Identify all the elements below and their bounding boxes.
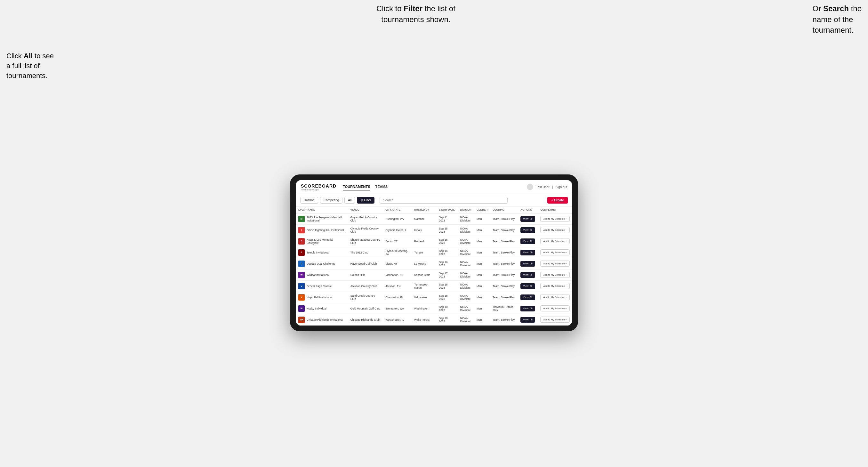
table-row: F Ryan T. Lee Memorial Collegiate Shuttl…: [296, 236, 572, 247]
view-button[interactable]: View 👁: [520, 294, 535, 300]
gender-cell: Men: [474, 247, 490, 258]
logo-area: SCOREBOARD Powered by clppd: [301, 183, 336, 191]
venue-cell: Chicago Highlands Club: [348, 314, 383, 325]
logo-sub: Powered by clppd: [301, 189, 336, 191]
view-label: View: [523, 307, 528, 310]
event-name-cell: U Upstate Dual Challenge: [296, 258, 348, 269]
eye-icon: 👁: [530, 228, 533, 232]
table-row: V Grover Page Classic Jackson Country Cl…: [296, 280, 572, 291]
actions-cell: View 👁: [518, 291, 538, 303]
scoring-cell: Team, Stroke Play: [490, 258, 518, 269]
add-to-schedule-button[interactable]: Add to My Schedule +: [540, 227, 570, 233]
create-btn[interactable]: + Create: [547, 197, 568, 204]
sign-out-link[interactable]: Sign out: [555, 185, 567, 189]
view-button[interactable]: View 👁: [520, 283, 535, 289]
city-state-cell: Bremerton, WA: [383, 303, 412, 314]
user-name: Test User: [536, 185, 549, 189]
add-to-schedule-button[interactable]: Add to My Schedule +: [540, 238, 570, 244]
actions-cell: View 👁: [518, 213, 538, 224]
gender-cell: Men: [474, 236, 490, 247]
team-logo: W: [298, 305, 305, 312]
logo-text: SCOREBOARD: [301, 183, 336, 189]
col-start-date: START DATE: [437, 207, 458, 214]
nav-tab-tournaments[interactable]: TOURNAMENTS: [343, 183, 370, 190]
add-to-schedule-button[interactable]: Add to My Schedule +: [540, 260, 570, 267]
add-to-schedule-button[interactable]: Add to My Schedule +: [540, 249, 570, 255]
nav-tab-teams[interactable]: TEAMS: [375, 183, 388, 190]
all-tab[interactable]: All: [344, 197, 355, 204]
view-button[interactable]: View 👁: [520, 261, 535, 267]
add-to-schedule-button[interactable]: Add to My Schedule +: [540, 283, 570, 289]
actions-cell: View 👁: [518, 280, 538, 291]
competing-tab[interactable]: Competing: [320, 197, 342, 204]
actions-cell: View 👁: [518, 224, 538, 236]
view-button[interactable]: View 👁: [520, 250, 535, 255]
city-state-cell: Huntington, WV: [383, 213, 412, 224]
event-name-text: 2023 Joe Feaganes Marshall Invitational: [307, 216, 345, 222]
team-logo: W: [298, 272, 305, 278]
gender-cell: Men: [474, 280, 490, 291]
view-button[interactable]: View 👁: [520, 216, 535, 222]
event-name-text: OFCC Fighting Illini Invitational: [307, 228, 344, 232]
competing-cell: Add to My Schedule +: [538, 291, 572, 303]
tournament-table-container: EVENT NAME VENUE CITY, STATE HOSTED BY S…: [296, 207, 572, 325]
view-label: View: [523, 228, 528, 231]
actions-cell: View 👁: [518, 269, 538, 280]
venue-cell: The 1912 Club: [348, 247, 383, 258]
view-label: View: [523, 240, 528, 243]
venue-cell: Shuttle Meadow Country Club: [348, 236, 383, 247]
table-row: I OFCC Fighting Illini Invitational Olym…: [296, 224, 572, 236]
eye-icon: 👁: [530, 285, 533, 288]
division-cell: NCAADivision I: [458, 269, 474, 280]
view-button[interactable]: View 👁: [520, 317, 535, 323]
venue-cell: Gold Mountain Golf Club: [348, 303, 383, 314]
competing-cell: Add to My Schedule +: [538, 314, 572, 325]
add-to-schedule-button[interactable]: Add to My Schedule +: [540, 216, 570, 222]
col-actions: ACTIONS: [518, 207, 538, 214]
event-name-text: Grover Page Classic: [307, 285, 332, 288]
filter-btn[interactable]: ⊞ Filter: [357, 197, 374, 204]
view-button[interactable]: View 👁: [520, 306, 535, 311]
hosted-by-cell: Valparaiso: [412, 291, 437, 303]
add-to-schedule-button[interactable]: Add to My Schedule +: [540, 317, 570, 323]
competing-cell: Add to My Schedule +: [538, 236, 572, 247]
view-label: View: [523, 262, 528, 265]
team-logo: WF: [298, 317, 305, 323]
start-date-cell: Sep 15, 2023: [437, 224, 458, 236]
search-input[interactable]: [380, 197, 507, 204]
table-row: U Upstate Dual Challenge Ravenwood Golf …: [296, 258, 572, 269]
event-name-text: Upstate Dual Challenge: [307, 262, 335, 266]
hosting-tab[interactable]: Hosting: [300, 197, 318, 204]
city-state-cell: Westchester, IL: [383, 314, 412, 325]
start-date-cell: Sep 17, 2023: [437, 269, 458, 280]
gender-cell: Men: [474, 269, 490, 280]
view-button[interactable]: View 👁: [520, 227, 535, 233]
start-date-cell: Sep 16, 2023: [437, 236, 458, 247]
gender-cell: Men: [474, 314, 490, 325]
view-label: View: [523, 273, 528, 276]
city-state-cell: Manhattan, KS: [383, 269, 412, 280]
view-button[interactable]: View 👁: [520, 239, 535, 244]
user-avatar: [527, 184, 533, 190]
col-scoring: SCORING: [490, 207, 518, 214]
competing-cell: Add to My Schedule +: [538, 269, 572, 280]
view-label: View: [523, 318, 528, 321]
eye-icon: 👁: [530, 251, 533, 254]
scoring-cell: Team, Stroke Play: [490, 291, 518, 303]
gender-cell: Men: [474, 213, 490, 224]
table-row: M 2023 Joe Feaganes Marshall Invitationa…: [296, 213, 572, 224]
venue-cell: Jackson Country Club: [348, 280, 383, 291]
view-button[interactable]: View 👁: [520, 272, 535, 278]
competing-cell: Add to My Schedule +: [538, 224, 572, 236]
scoring-cell: Individual, Stroke Play: [490, 303, 518, 314]
add-to-schedule-button[interactable]: Add to My Schedule +: [540, 294, 570, 300]
table-row: V Valpo Fall Invitational Sand Creek Cou…: [296, 291, 572, 303]
add-to-schedule-button[interactable]: Add to My Schedule +: [540, 305, 570, 311]
nav-tabs: TOURNAMENTS TEAMS: [343, 183, 527, 190]
gender-cell: Men: [474, 224, 490, 236]
event-name-text: Valpo Fall Invitational: [307, 296, 332, 299]
col-competing: COMPETING: [538, 207, 572, 214]
add-to-schedule-button[interactable]: Add to My Schedule +: [540, 272, 570, 278]
col-division: DIVISION: [458, 207, 474, 214]
start-date-cell: Sep 16, 2023: [437, 258, 458, 269]
